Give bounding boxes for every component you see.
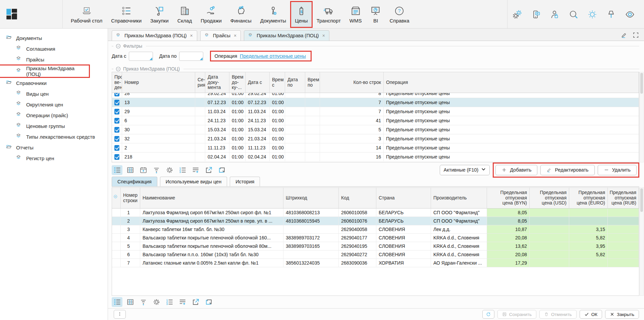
pin-button[interactable]	[606, 9, 616, 20]
orders-row[interactable]: 1307.12.2301:0007.12.2301:007Предельные …	[112, 98, 639, 107]
spec-col-header[interactable]: Производитель	[431, 188, 487, 208]
menu-desktop[interactable]: Рабочий стол	[66, 1, 107, 28]
toolbar-grid-button[interactable]	[125, 165, 136, 175]
detail-tab[interactable]: Используемые виды цен	[160, 177, 227, 186]
tree-item[interactable]: Приказы МинЗдрава (ПОЦ)	[0, 66, 89, 77]
collapse-icon[interactable]	[116, 66, 121, 72]
close-button[interactable]: Закрыть	[605, 310, 639, 319]
collapse-icon[interactable]	[116, 44, 121, 49]
menu-wms[interactable]: WMS	[345, 1, 366, 28]
spec-col-header[interactable]: Предельная отпускная цена (USD)	[530, 188, 569, 208]
tab-close-icon[interactable]: ×	[322, 33, 325, 38]
toolbar-numbered-list-button[interactable]: 123	[177, 165, 188, 175]
spec-row[interactable]: 3Канверс таблетки 16мг табл. бл. №302629…	[112, 225, 639, 234]
spec-toolbar-numbered-list-button[interactable]: 123	[164, 297, 175, 307]
row-checkbox[interactable]	[114, 118, 119, 124]
orders-row[interactable]: 2911.03.2401:0011.03.2401:007Предельные …	[112, 107, 639, 116]
spec-toolbar-grid-button[interactable]	[125, 297, 136, 307]
spec-toolbar-filter-button[interactable]	[138, 297, 149, 307]
tab-close-icon[interactable]: ×	[190, 33, 193, 38]
menu-purchases[interactable]: Закупки	[146, 1, 173, 28]
spec-col-header[interactable]: Наименование	[140, 188, 283, 208]
orders-row[interactable]: 3015.03.2401:0015.03.2401:005Предельные …	[112, 125, 639, 134]
ok-button[interactable]: ОК	[580, 310, 602, 319]
row-checkbox[interactable]	[114, 127, 119, 133]
delete-button[interactable]: Удалить	[598, 165, 637, 175]
edit-button[interactable]: Редактировать	[540, 165, 594, 175]
toolbar-open-external-button[interactable]	[203, 165, 214, 175]
orders-row[interactable]: 624.11.2301:0024.11.2301:0041Предельные …	[112, 116, 639, 125]
detail-tab[interactable]: Спецификация	[112, 177, 157, 186]
orders-col-header[interactable]: Дата доку- мента	[205, 72, 229, 93]
orders-col-header[interactable]: Номер	[122, 72, 195, 93]
more-actions-button[interactable]	[114, 310, 126, 319]
fullscreen-button[interactable]	[632, 32, 639, 39]
spec-row[interactable]: 5Вальсакор таблетки покрытые пленочной о…	[112, 242, 639, 250]
menu-documents[interactable]: Документы	[256, 1, 290, 28]
add-button[interactable]: Добавить	[495, 165, 537, 175]
spec-col-header[interactable]: Предельная отпускная цена (BYN)	[487, 188, 530, 208]
brightness-button[interactable]	[587, 9, 598, 20]
row-checkbox[interactable]	[114, 145, 119, 151]
specification-scrollbar[interactable]	[640, 187, 644, 296]
active-filter-select[interactable]: Активные (F10)	[440, 165, 490, 175]
toolbar-gear-button[interactable]	[164, 165, 175, 175]
tree-item[interactable]: Округления цен	[0, 99, 108, 110]
save-button[interactable]: Сохранить	[497, 310, 536, 319]
date-to-input[interactable]	[179, 52, 203, 61]
filters-group-header[interactable]: Фильтры	[112, 43, 639, 49]
orders-col-header[interactable]: Врем по	[305, 72, 320, 93]
tree-item[interactable]: Прайсы	[0, 54, 108, 65]
feedback-phone-button[interactable]	[531, 9, 541, 20]
tree-group[interactable]: Справочники	[0, 78, 108, 88]
operation-filter-link[interactable]: Предельные отпускные цены	[240, 53, 306, 59]
tree-item[interactable]: Ценовые группы	[0, 121, 108, 131]
menu-finance[interactable]: Финансы	[226, 1, 256, 28]
menu-bi[interactable]: BI	[366, 1, 385, 28]
orders-row[interactable]: 2829.02.2401:0029.02.2401:008Предельные …	[112, 93, 639, 98]
orders-group-header[interactable]: Приказ МинЗдрава (ПОЦ)	[112, 66, 639, 72]
row-checkbox[interactable]	[114, 136, 119, 142]
toolbar-filter-button[interactable]	[151, 165, 162, 175]
spec-col-header[interactable]	[112, 188, 121, 208]
orders-row[interactable]: 211.11.2301:0011.11.2301:0014Предельные …	[112, 143, 639, 152]
spec-col-header[interactable]: Код	[339, 188, 376, 208]
menu-transport[interactable]: Транспорт	[312, 1, 345, 28]
tree-item[interactable]: Виды цен	[0, 88, 108, 99]
spec-row[interactable]: 6Вальсакор таблетки п.п.о. 160мг (10х3) …	[112, 250, 639, 259]
tree-group[interactable]: Документы	[0, 33, 108, 43]
row-checkbox[interactable]	[114, 154, 119, 160]
orders-scrollbar[interactable]	[640, 72, 644, 163]
toolbar-repeat-button[interactable]	[216, 165, 227, 175]
orders-col-header[interactable]: Се- рия	[195, 72, 205, 93]
eye-button[interactable]	[625, 9, 635, 20]
spec-row[interactable]: 7Латанокс глазные капли 0.005% 2.5мл кап…	[112, 259, 639, 267]
toolbar-list-view-button[interactable]	[112, 165, 122, 175]
edit-layout-button[interactable]	[621, 32, 628, 39]
spec-col-header[interactable]: Номер строки	[121, 188, 140, 208]
spec-col-header[interactable]: Предельная отпускная цена (RUB)	[608, 188, 639, 208]
spec-toolbar-add-row-button[interactable]	[177, 297, 188, 307]
orders-col-header[interactable]: Про- ве- ден	[112, 72, 122, 93]
menu-warehouse[interactable]: Склад	[173, 1, 196, 28]
tree-item[interactable]: Типы лекарственных средств	[0, 131, 108, 142]
user-lock-button[interactable]	[549, 9, 560, 20]
cancel-button[interactable]: Отменить	[539, 310, 577, 319]
spec-row[interactable]: 1Лактулоза Фармлэнд сироп 667мг/мл 250мл…	[112, 209, 639, 217]
document-tab[interactable]: Приказы МинЗдрава (ПОЦ) ×	[112, 30, 197, 41]
orders-col-header[interactable]: Кол-во строк	[320, 72, 384, 93]
menu-help[interactable]: ?Справка	[385, 1, 414, 28]
menu-catalogs[interactable]: Справочники	[107, 1, 146, 28]
row-checkbox[interactable]	[114, 109, 119, 115]
document-tab[interactable]: Прайсы ×	[200, 30, 241, 41]
document-tab[interactable]: Приказы МинЗдрава (ПОЦ) ×	[244, 30, 329, 41]
spec-col-header[interactable]: Штрихкод	[283, 188, 339, 208]
tab-close-icon[interactable]: ×	[234, 33, 236, 38]
orders-row[interactable]: 3221.03.2401:0021.03.2401:003Предельные …	[112, 134, 639, 143]
search-button[interactable]	[568, 9, 579, 20]
detail-tab[interactable]: История	[230, 177, 260, 186]
settings-gears-button[interactable]	[512, 9, 523, 20]
orders-col-header[interactable]: Врем с	[270, 72, 285, 93]
spec-row[interactable]: 2Лактулоза Фармлэнд сироп 667мг/мл 250мл…	[112, 217, 639, 225]
orders-col-header[interactable]: Врем до- ку-...	[229, 72, 246, 93]
